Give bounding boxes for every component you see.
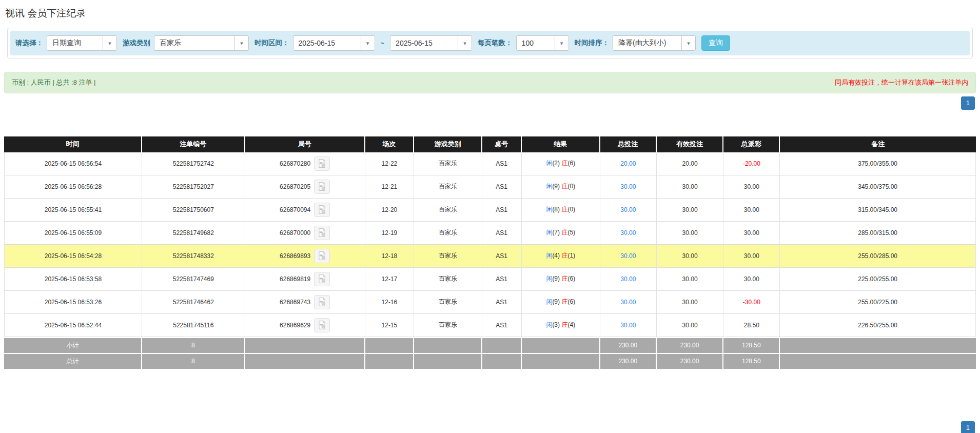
page-size-value: 100 — [517, 36, 555, 50]
result-player-score: (7) — [552, 229, 560, 236]
time-sort-label: 时间排序： — [575, 38, 610, 48]
cell-total-payout: 30.00 — [723, 199, 780, 222]
table-row: 2025-06-15 06:54:28522581748332626869893… — [4, 245, 976, 268]
result-player-label: 闲 — [546, 321, 552, 328]
cell-time: 2025-06-15 06:54:28 — [4, 245, 142, 268]
total-bet-link[interactable]: 20.00 — [620, 160, 636, 167]
date-to-input[interactable]: 2025-06-15 ▾ — [390, 35, 472, 51]
query-mode-label: 请选择： — [15, 38, 43, 48]
cell-total-payout: -20.00 — [723, 152, 780, 175]
page-1-button[interactable]: 1 — [961, 421, 975, 433]
cell-round-id: 626870000 — [245, 222, 365, 245]
cell-round-id: 626869743 — [245, 291, 365, 314]
column-header-valid-bet: 有效投注 — [657, 136, 724, 152]
page-1-button[interactable]: 1 — [961, 96, 975, 110]
result-player-score: (9) — [552, 275, 560, 282]
chevron-down-icon[interactable]: ▾ — [681, 36, 695, 50]
cell-session: 12-20 — [365, 199, 415, 222]
date-range-group: 时间区间： 2025-06-15 ▾ — [254, 35, 375, 51]
cell-total-payout: 30.00 — [723, 245, 780, 268]
cell-session: 12-19 — [365, 222, 415, 245]
table-row: 2025-06-15 06:52:44522581745116626869629… — [4, 314, 976, 337]
table-row: 2025-06-15 06:56:54522581752742626870280… — [4, 152, 976, 175]
cell-bet-id: 522581748332 — [142, 245, 245, 268]
date-from-input[interactable]: 2025-06-15 ▾ — [293, 35, 375, 51]
cell-table-no: AS1 — [482, 245, 522, 268]
chevron-down-icon[interactable]: ▾ — [234, 36, 248, 50]
video-replay-button[interactable] — [314, 272, 330, 286]
query-mode-value: 日期查询 — [47, 36, 103, 50]
video-replay-button[interactable] — [314, 295, 330, 309]
cell-time: 2025-06-15 06:56:54 — [4, 152, 142, 175]
video-replay-button[interactable] — [314, 203, 330, 217]
result-player-label: 闲 — [546, 229, 552, 236]
round-id-group: 626870280 — [280, 156, 330, 171]
query-mode-select[interactable]: 日期查询 ▾ — [47, 35, 117, 51]
video-replay-button[interactable] — [314, 180, 330, 194]
round-id-text: 626869893 — [280, 252, 310, 260]
video-replay-button[interactable] — [314, 249, 330, 263]
footer-empty-game-type — [414, 353, 482, 369]
filter-bar: 请选择： 日期查询 ▾ 游戏类别 百家乐 ▾ 时间区间： 2025-06-15 … — [10, 31, 970, 55]
round-id-text: 626870205 — [280, 183, 310, 190]
round-id-group: 626869743 — [280, 295, 330, 309]
date-range-label: 时间区间： — [254, 38, 289, 48]
total-bet-link[interactable]: 30.00 — [620, 275, 636, 283]
cell-table-no: AS1 — [482, 175, 522, 199]
cell-result: 闲(3) 庄(4) — [522, 314, 600, 337]
game-type-group: 游戏类别 百家乐 ▾ — [123, 35, 249, 51]
round-id-group: 626870000 — [280, 226, 330, 240]
result-banker-label: 庄 — [561, 298, 567, 305]
round-id-group: 626869893 — [280, 249, 330, 263]
cell-table-no: AS1 — [482, 222, 522, 245]
cell-valid-bet: 30.00 — [657, 175, 724, 199]
cell-game-type: 百家乐 — [414, 175, 482, 199]
date-from-value: 2025-06-15 — [293, 36, 361, 50]
total-bet-link[interactable]: 30.00 — [620, 206, 636, 213]
cell-result: 闲(9) 庄(6) — [522, 268, 600, 291]
chevron-down-icon[interactable]: ▾ — [361, 36, 375, 50]
time-sort-group: 时间排序： 降幂(由大到小) ▾ — [575, 35, 696, 51]
video-replay-button[interactable] — [314, 156, 330, 171]
footer-label: 小计 — [4, 337, 142, 353]
column-header-bet-id: 注单编号 — [142, 136, 245, 152]
total-bet-link[interactable]: 30.00 — [620, 299, 636, 306]
cell-game-type: 百家乐 — [414, 268, 482, 291]
result-banker-label: 庄 — [561, 275, 567, 282]
footer-empty-remark — [780, 353, 976, 369]
video-replay-button[interactable] — [314, 318, 330, 332]
total-bet-link[interactable]: 30.00 — [620, 229, 636, 237]
chevron-down-icon[interactable]: ▾ — [555, 36, 569, 50]
cell-total-bet: 30.00 — [600, 291, 657, 314]
page-size-select[interactable]: 100 ▾ — [516, 35, 569, 51]
round-id-text: 626869819 — [280, 275, 310, 283]
cell-result: 闲(9) 庄(0) — [522, 175, 600, 199]
result-banker-score: (1) — [567, 252, 575, 259]
footer-empty-session — [365, 353, 415, 369]
time-sort-select[interactable]: 降幂(由大到小) ▾ — [613, 35, 696, 51]
total-bet-link[interactable]: 30.00 — [620, 252, 636, 260]
game-type-select[interactable]: 百家乐 ▾ — [154, 35, 249, 51]
footer-total-bet: 230.00 — [600, 353, 657, 369]
result-banker-label: 庄 — [561, 183, 567, 190]
chevron-down-icon[interactable]: ▾ — [458, 36, 472, 50]
chevron-down-icon[interactable]: ▾ — [103, 36, 116, 50]
cell-valid-bet: 30.00 — [657, 245, 724, 268]
cell-result: 闲(2) 庄(6) — [522, 152, 600, 175]
cell-total-bet: 20.00 — [600, 152, 657, 175]
cell-valid-bet: 30.00 — [657, 222, 724, 245]
search-button[interactable]: 查询 — [701, 35, 730, 51]
pagination-top: 1 — [5, 96, 975, 110]
table-row: 2025-06-15 06:53:26522581746462626869743… — [4, 291, 976, 314]
cell-game-type: 百家乐 — [414, 222, 482, 245]
total-bet-link[interactable]: 30.00 — [620, 322, 636, 329]
cell-total-bet: 30.00 — [600, 175, 657, 199]
video-replay-button[interactable] — [314, 226, 330, 240]
cell-round-id: 626869819 — [245, 268, 365, 291]
cell-game-type: 百家乐 — [414, 314, 482, 337]
cell-total-payout: -30.00 — [723, 291, 780, 314]
result-player-score: (9) — [552, 298, 560, 305]
footer-total-payout: 128.50 — [723, 337, 780, 353]
cell-total-payout: 30.00 — [723, 268, 780, 291]
total-bet-link[interactable]: 30.00 — [620, 183, 636, 190]
